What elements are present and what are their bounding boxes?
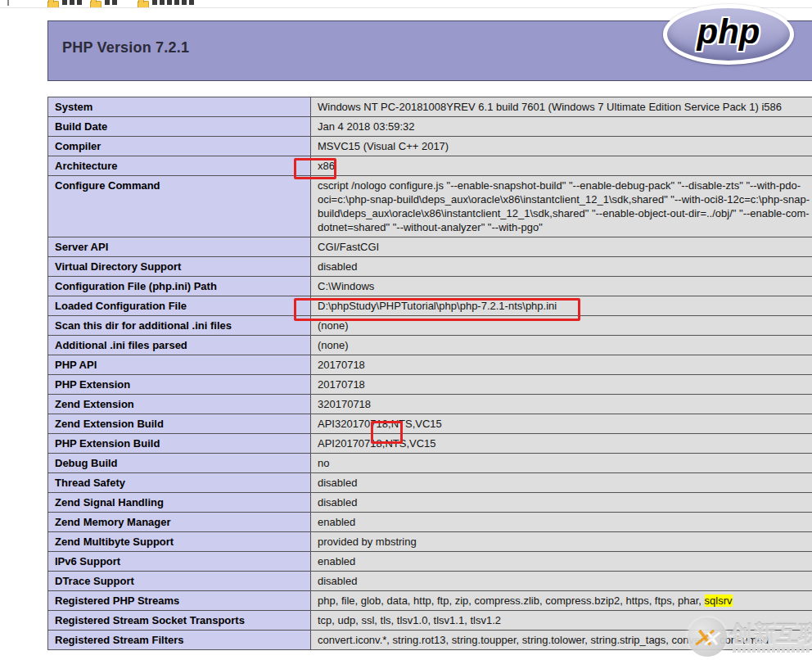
row-value: Jan 4 2018 03:59:32 — [311, 117, 812, 137]
clipped-ui-fragment — [7, 0, 9, 6]
php-logo: php — [663, 4, 794, 65]
table-row: Additional .ini files parsed(none) — [48, 336, 812, 355]
table-row: PHP Extension20170718 — [48, 375, 812, 395]
table-row: Zend Extension BuildAPI320170718,NTS,VC1… — [48, 414, 812, 434]
table-row: Architecturex86 — [48, 156, 812, 176]
table-row: Configuration File (php.ini) PathC:\Wind… — [48, 277, 812, 296]
row-value: disabled — [311, 473, 812, 493]
row-label: System — [48, 97, 311, 117]
clipped-bookmark-label — [62, 0, 84, 5]
info-table-body: SystemWindows NT PC-20181008YREV 6.1 bui… — [48, 97, 812, 650]
folder-icon — [90, 1, 102, 8]
row-label: Debug Build — [48, 454, 311, 473]
row-label: Virtual Directory Support — [48, 257, 311, 277]
table-row: Zend Memory Managerenabled — [48, 513, 812, 532]
table-row: IPv6 Supportenabled — [48, 552, 812, 572]
row-value: C:\Windows — [311, 277, 812, 296]
row-value: enabled — [311, 513, 812, 532]
row-value: Windows NT PC-20181008YREV 6.1 build 760… — [311, 97, 812, 117]
row-value: disabled — [311, 572, 812, 591]
row-value: x86 — [311, 156, 812, 176]
row-value: (none) — [311, 336, 812, 355]
row-label: Compiler — [48, 137, 311, 156]
row-value: disabled — [311, 493, 812, 513]
row-value: CGI/FastCGI — [311, 237, 812, 257]
row-label: Thread Safety — [48, 473, 311, 493]
table-row: Scan this dir for additional .ini files(… — [48, 316, 812, 336]
watermark-x-white: ✕ — [701, 629, 722, 650]
row-value: (none) — [311, 316, 812, 336]
folder-icon — [138, 1, 149, 8]
row-value: MSVC15 (Visual C++ 2017) — [311, 137, 812, 156]
clipped-bookmark-label — [152, 0, 196, 5]
table-row: Virtual Directory Supportdisabled — [48, 257, 812, 277]
table-row: CompilerMSVC15 (Visual C++ 2017) — [48, 137, 812, 156]
row-label: Loaded Configuration File — [48, 296, 311, 316]
table-row: Loaded Configuration FileD:\phpStudy\PHP… — [48, 296, 812, 316]
row-value: php, file, glob, data, http, ftp, zip, c… — [311, 591, 812, 611]
row-value: 20170718 — [311, 355, 812, 375]
row-value: cscript /nologo configure.js "--enable-s… — [311, 176, 812, 237]
row-label: Server API — [48, 237, 311, 257]
row-label: Registered PHP Streams — [48, 591, 311, 611]
row-label: Zend Memory Manager — [48, 513, 311, 532]
row-value: provided by mbstring — [311, 532, 812, 552]
row-value: 320170718 — [311, 395, 812, 414]
table-row: PHP API20170718 — [48, 355, 812, 375]
row-label: Zend Signal Handling — [48, 493, 311, 513]
table-row: Build DateJan 4 2018 03:59:32 — [48, 117, 812, 137]
bookmarks-bar — [0, 0, 812, 8]
table-row: Thread Safetydisabled — [48, 473, 812, 493]
row-label: Configure Command — [48, 176, 311, 237]
row-value: API20170718,NTS,VC15 — [311, 434, 812, 454]
table-row: Debug Buildno — [48, 454, 812, 473]
row-label: Scan this dir for additional .ini files — [48, 316, 311, 336]
row-value: D:\phpStudy\PHPTutorial\php\php-7.2.1-nt… — [311, 296, 812, 316]
row-label: Configuration File (php.ini) Path — [48, 277, 311, 296]
row-value: API320170718,NTS,VC15 — [311, 414, 812, 434]
table-row: DTrace Supportdisabled — [48, 572, 812, 591]
table-row: Zend Multibyte Supportprovided by mbstri… — [48, 532, 812, 552]
row-label: DTrace Support — [48, 572, 311, 591]
row-label: PHP Extension Build — [48, 434, 311, 454]
table-row: SystemWindows NT PC-20181008YREV 6.1 bui… — [48, 97, 812, 117]
table-row: Zend Signal Handlingdisabled — [48, 493, 812, 513]
row-label: Registered Stream Socket Transports — [48, 611, 311, 631]
row-label: Zend Extension Build — [48, 414, 311, 434]
row-label: Zend Multibyte Support — [48, 532, 311, 552]
table-row: PHP Extension BuildAPI20170718,NTS,VC15 — [48, 434, 812, 454]
clipped-bookmark-label — [105, 0, 119, 5]
row-label: Registered Stream Filters — [48, 631, 311, 650]
row-label: Architecture — [48, 156, 311, 176]
row-value: no — [311, 454, 812, 473]
folder-icon — [47, 1, 59, 8]
phpinfo-table: SystemWindows NT PC-20181008YREV 6.1 bui… — [47, 97, 812, 650]
row-label: Zend Extension — [48, 395, 311, 414]
table-row: Server APICGI/FastCGI — [48, 237, 812, 257]
table-row: Configure Commandcscript /nologo configu… — [48, 176, 812, 237]
highlighted-term: sqlsrv — [705, 594, 733, 607]
row-value: enabled — [311, 552, 812, 572]
row-label: PHP API — [48, 355, 311, 375]
row-label: Build Date — [48, 117, 311, 137]
table-row: Zend Extension320170718 — [48, 395, 812, 414]
watermark-brand-text: 创新互联 — [730, 619, 812, 649]
watermark-logo-icon: ✕ ✕ — [688, 617, 727, 657]
watermark-subtext — [733, 647, 811, 653]
php-logo-text: php — [697, 12, 760, 52]
row-value: disabled — [311, 257, 812, 277]
row-label: PHP Extension — [48, 375, 311, 395]
watermark: ✕ ✕ 创新互联 — [686, 613, 812, 660]
table-row: Registered PHP Streamsphp, file, glob, d… — [48, 591, 812, 611]
row-label: Additional .ini files parsed — [48, 336, 311, 355]
row-value: 20170718 — [311, 375, 812, 395]
row-label: IPv6 Support — [48, 552, 311, 572]
